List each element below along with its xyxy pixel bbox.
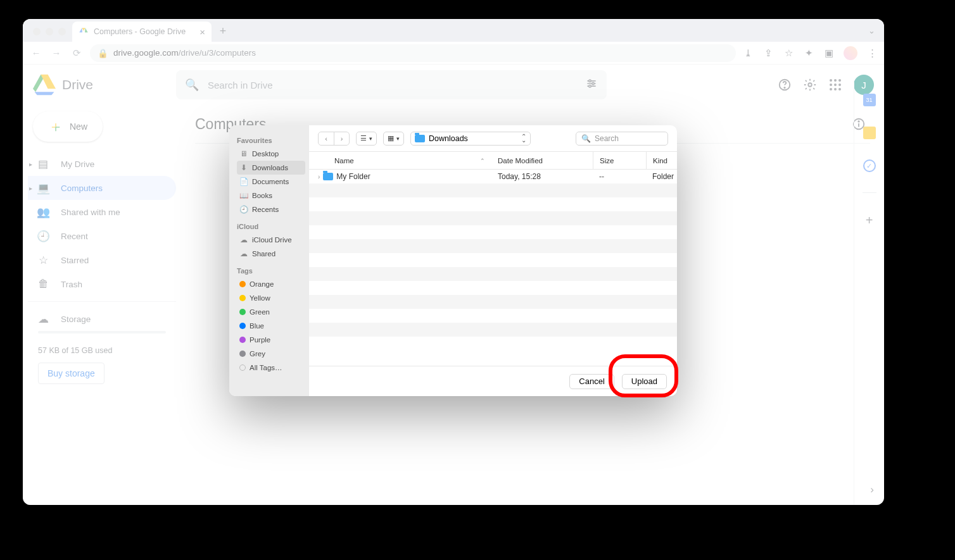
help-icon[interactable] [778,78,792,92]
sidepanel-icon[interactable]: ▣ [823,47,835,59]
storage-usage: 57 KB of 15 GB used [28,340,176,358]
col-name[interactable]: Name⌃ [309,157,491,165]
tabs-overflow-icon[interactable]: ⌄ [868,26,875,35]
apps-icon[interactable] [828,78,842,92]
sidebar-item-label: Trash [61,280,82,289]
view-grid-button[interactable]: ▦ ▾ [383,132,404,146]
empty-row [309,211,677,225]
finder-search[interactable]: 🔍 Search [576,132,668,146]
col-date[interactable]: Date Modified [491,157,593,165]
svg-point-12 [784,87,785,88]
tab-close-icon[interactable]: × [199,27,205,37]
search-icon: 🔍 [185,78,199,92]
menu-icon[interactable]: ⋮ [866,47,878,59]
tag-dot-icon [239,337,246,343]
tasks-icon[interactable] [863,159,876,172]
search-options-icon[interactable] [585,77,598,92]
file-row[interactable]: ›My FolderToday, 15:28--Folder [309,170,677,184]
settings-icon[interactable] [803,78,817,92]
sidebar-item-label: Shared with me [61,208,120,217]
finder-icloud-icloud-drive[interactable]: ☁iCloud Drive [237,233,305,247]
sidebar-icon: 💻 [37,182,49,195]
new-tab-button[interactable]: + [215,25,231,38]
finder-tag-alltags[interactable]: All Tags… [237,361,305,375]
sidebar-item-computers[interactable]: ▸💻Computers [28,176,176,200]
browser-tab[interactable]: Computers - Google Drive × [72,22,212,42]
minimize-window-icon[interactable] [46,28,53,35]
file-name: My Folder [336,172,370,181]
finder-rows: ›My FolderToday, 15:28--Folder [309,170,677,366]
finder-back-button[interactable]: ‹ [319,132,334,145]
addons-plus-icon[interactable]: + [866,213,873,228]
plus-icon: ＋ [48,116,63,137]
extensions-icon[interactable]: ✦ [803,47,814,59]
finder-footer: Cancel Upload [309,366,677,396]
window-controls[interactable] [30,28,72,42]
back-button[interactable]: ← [29,47,43,58]
drive-header: Drive 🔍 Search in Drive J [23,65,884,105]
collapse-side-panel-icon[interactable]: › [870,483,874,496]
finder-fav-books[interactable]: 📖Books [237,189,305,202]
install-icon[interactable]: ⤓ [742,47,754,59]
drive-search[interactable]: 🔍 Search in Drive [176,70,607,99]
url-field[interactable]: 🔒 drive.google.com/drive/u/3/computers [90,44,736,62]
sidebar-item-recent[interactable]: 🕘Recent [28,224,176,248]
tags-header: Tags [237,267,309,275]
empty-row [309,197,677,211]
url-host: drive.google.com [113,48,179,58]
finder-tag-yellow[interactable]: Yellow [237,291,305,305]
bookmark-icon[interactable]: ☆ [783,47,794,59]
tag-dot-icon [239,309,246,315]
url-path: /drive/u/3/computers [179,48,256,58]
drive-logo-icon [33,73,56,96]
new-button[interactable]: ＋ New [33,111,103,142]
keep-icon[interactable] [863,127,876,139]
finder-fav-documents[interactable]: 📄Documents [237,175,305,189]
buy-storage-button[interactable]: Buy storage [38,363,104,384]
forward-button[interactable]: → [49,47,63,58]
fav-icon: 🖥 [239,150,248,158]
empty-row [309,239,677,253]
expand-caret-icon[interactable]: ▸ [29,185,32,192]
view-list-button[interactable]: ☰ ▾ [356,132,377,146]
sidebar-item-storage[interactable]: ☁ Storage [28,307,176,331]
location-label: Downloads [429,134,468,143]
fav-icon: 📄 [239,177,248,186]
finder-fav-desktop[interactable]: 🖥Desktop [237,147,305,161]
sidebar-item-trash[interactable]: 🗑Trash [28,272,176,296]
sidebar-icon: 👥 [37,206,49,219]
maximize-window-icon[interactable] [58,28,66,35]
finder-icloud-shared[interactable]: ☁Shared [237,247,305,261]
cancel-button[interactable]: Cancel [569,374,614,389]
empty-row [309,253,677,267]
lock-icon: 🔒 [98,48,108,58]
sidebar-item-shared-with-me[interactable]: 👥Shared with me [28,200,176,224]
calendar-icon[interactable] [863,94,876,106]
share-icon[interactable]: ⇪ [762,47,774,59]
reload-button[interactable]: ⟳ [70,47,84,59]
sidebar-item-my-drive[interactable]: ▸▤My Drive [28,152,176,176]
finder-tag-blue[interactable]: Blue [237,319,305,333]
tag-all-icon [239,364,246,371]
search-icon: 🔍 [581,134,591,143]
close-window-icon[interactable] [33,28,41,35]
col-size[interactable]: Size [593,152,646,169]
sidebar-item-starred[interactable]: ☆Starred [28,248,176,272]
tag-dot-icon [239,351,246,357]
finder-forward-button[interactable]: › [334,132,349,145]
location-selector[interactable]: Downloads ⌃⌄ [410,132,531,146]
upload-button[interactable]: Upload [622,374,667,389]
profile-avatar-icon[interactable] [844,46,857,60]
svg-point-9 [592,82,594,84]
finder-fav-downloads[interactable]: ⬇Downloads [237,161,305,175]
sidebar-item-label: Starred [61,256,89,265]
disclosure-caret-icon[interactable]: › [318,173,320,180]
finder-tag-orange[interactable]: Orange [237,277,305,291]
finder-fav-recents[interactable]: 🕘Recents [237,202,305,216]
finder-tag-green[interactable]: Green [237,305,305,319]
icloud-icon: ☁ [239,249,248,258]
finder-tag-purple[interactable]: Purple [237,333,305,347]
expand-caret-icon[interactable]: ▸ [29,161,32,168]
finder-tag-grey[interactable]: Grey [237,347,305,361]
col-kind[interactable]: Kind [646,152,677,169]
